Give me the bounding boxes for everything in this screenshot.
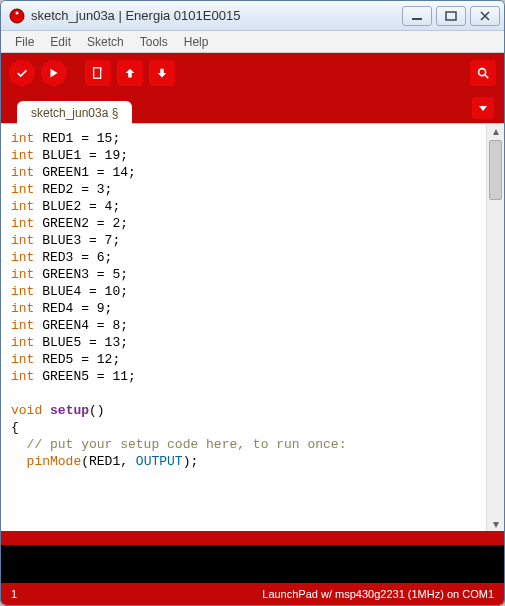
console-divider — [1, 531, 504, 545]
minimize-button[interactable] — [402, 6, 432, 26]
statusbar: 1 LaunchPad w/ msp430g2231 (1MHz) on COM… — [1, 583, 504, 605]
menu-tools[interactable]: Tools — [132, 33, 176, 51]
toolbar — [1, 53, 504, 93]
vertical-scrollbar[interactable]: ▴ ▾ — [486, 124, 504, 531]
tabstrip: sketch_jun03a § — [1, 93, 504, 123]
save-button[interactable] — [149, 60, 175, 86]
titlebar: sketch_jun03a | Energia 0101E0015 — [1, 1, 504, 31]
svg-point-0 — [10, 9, 24, 23]
menu-edit[interactable]: Edit — [42, 33, 79, 51]
upload-button[interactable] — [41, 60, 67, 86]
tab-active[interactable]: sketch_jun03a § — [17, 101, 132, 124]
scroll-down-icon[interactable]: ▾ — [489, 517, 502, 531]
serial-monitor-button[interactable] — [470, 60, 496, 86]
scroll-up-icon[interactable]: ▴ — [489, 124, 502, 138]
code-editor[interactable]: int RED1 = 15; int BLUE1 = 19; int GREEN… — [1, 124, 486, 531]
svg-rect-4 — [94, 68, 101, 79]
menu-file[interactable]: File — [7, 33, 42, 51]
svg-point-5 — [479, 69, 486, 76]
tab-menu-button[interactable] — [472, 97, 494, 119]
status-line-number: 1 — [11, 588, 17, 600]
scroll-thumb[interactable] — [489, 140, 502, 200]
new-button[interactable] — [85, 60, 111, 86]
close-button[interactable] — [470, 6, 500, 26]
menubar: File Edit Sketch Tools Help — [1, 31, 504, 53]
svg-rect-2 — [412, 18, 422, 20]
window-title: sketch_jun03a | Energia 0101E0015 — [31, 8, 402, 23]
app-window: sketch_jun03a | Energia 0101E0015 File E… — [0, 0, 505, 606]
menu-sketch[interactable]: Sketch — [79, 33, 132, 51]
menu-help[interactable]: Help — [176, 33, 217, 51]
console[interactable] — [1, 545, 504, 583]
verify-button[interactable] — [9, 60, 35, 86]
status-board: LaunchPad w/ msp430g2231 (1MHz) on COM1 — [262, 588, 494, 600]
maximize-button[interactable] — [436, 6, 466, 26]
svg-point-1 — [16, 11, 19, 14]
svg-rect-3 — [446, 12, 456, 20]
open-button[interactable] — [117, 60, 143, 86]
app-icon — [9, 8, 25, 24]
editor-area: int RED1 = 15; int BLUE1 = 19; int GREEN… — [1, 123, 504, 531]
